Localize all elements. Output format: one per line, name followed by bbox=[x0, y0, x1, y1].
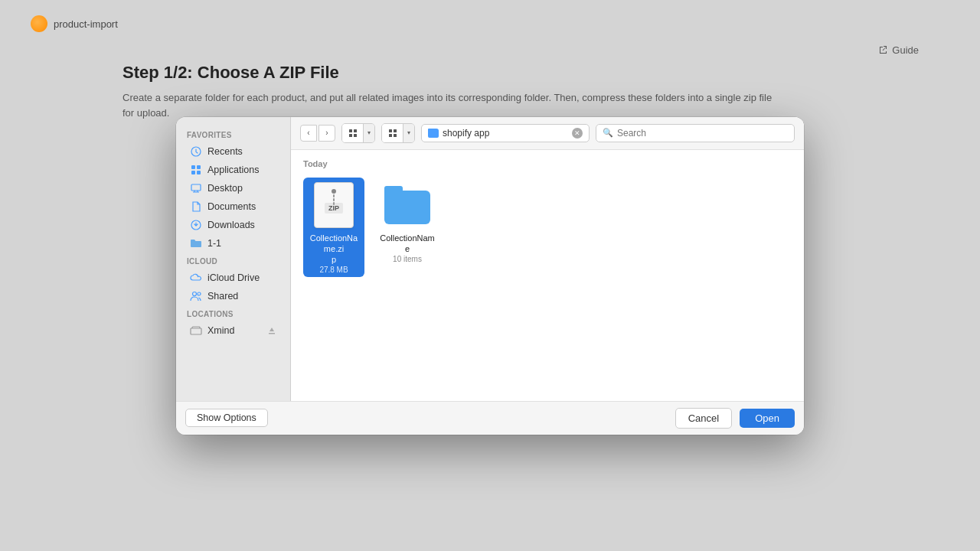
svg-rect-11 bbox=[394, 129, 397, 132]
file-dialog: Favorites Recents Applications bbox=[176, 117, 804, 435]
locations-label: Locations bbox=[176, 305, 290, 321]
sidebar: Favorites Recents Applications bbox=[176, 117, 291, 401]
view-switcher-1: ▾ bbox=[341, 123, 375, 143]
svg-rect-1 bbox=[191, 184, 201, 191]
sidebar-item-xmind[interactable]: Xmind bbox=[179, 321, 287, 340]
svg-rect-8 bbox=[349, 134, 352, 137]
open-button[interactable]: Open bbox=[740, 409, 795, 428]
sidebar-item-recents[interactable]: Recents bbox=[179, 142, 287, 161]
sidebar-item-documents-label: Documents bbox=[207, 201, 256, 212]
location-text: shopify app bbox=[443, 128, 489, 139]
svg-point-3 bbox=[193, 292, 197, 295]
file-list: Today bbox=[291, 150, 804, 401]
list-view-button[interactable] bbox=[382, 124, 403, 142]
sidebar-item-applications-label: Applications bbox=[207, 165, 259, 175]
svg-rect-5 bbox=[191, 328, 201, 334]
sidebar-item-desktop-label: Desktop bbox=[207, 183, 243, 194]
sidebar-item-shared[interactable]: Shared bbox=[179, 287, 287, 305]
sidebar-item-shared-label: Shared bbox=[207, 291, 238, 302]
section-label: Today bbox=[303, 159, 792, 168]
sidebar-item-recents-label: Recents bbox=[207, 146, 243, 157]
dialog-footer: Show Options Cancel Open bbox=[176, 401, 804, 435]
zip-file-icon: ZIP bbox=[314, 182, 354, 228]
sidebar-item-1-1[interactable]: 1-1 bbox=[179, 234, 287, 253]
documents-icon bbox=[190, 201, 202, 213]
eject-icon bbox=[267, 326, 276, 335]
file-grid: ZIP CollectionName.zip 27.8 MB bbox=[303, 178, 792, 278]
downloads-icon bbox=[190, 219, 202, 231]
toolbar: ‹ › ▾ ▾ bbox=[291, 117, 804, 150]
svg-point-4 bbox=[198, 292, 201, 295]
search-bar: 🔍 bbox=[596, 124, 795, 142]
folder-large-icon bbox=[384, 186, 430, 224]
sidebar-item-desktop[interactable]: Desktop bbox=[179, 179, 287, 197]
main-area: ‹ › ▾ ▾ bbox=[291, 117, 804, 401]
folder-icon-small bbox=[190, 237, 202, 249]
zip-filename: CollectionName.zip bbox=[306, 233, 361, 266]
sidebar-item-documents[interactable]: Documents bbox=[179, 197, 287, 216]
sidebar-item-icloud-drive[interactable]: iCloud Drive bbox=[179, 269, 287, 287]
sidebar-item-applications[interactable]: Applications bbox=[179, 161, 287, 179]
zip-zipper bbox=[332, 189, 336, 205]
shared-icon bbox=[190, 290, 202, 302]
sidebar-item-1-1-label: 1-1 bbox=[207, 238, 221, 249]
nav-buttons: ‹ › bbox=[300, 125, 335, 142]
folder-icon-wrap bbox=[383, 181, 432, 230]
svg-rect-12 bbox=[389, 134, 392, 137]
view-btn-arrow-2[interactable]: ▾ bbox=[403, 124, 414, 142]
location-bar[interactable]: shopify app ✕ bbox=[421, 124, 590, 142]
svg-rect-6 bbox=[349, 129, 352, 132]
favorites-label: Favorites bbox=[176, 126, 290, 142]
location-clear-button[interactable]: ✕ bbox=[572, 128, 583, 139]
applications-icon bbox=[190, 164, 202, 176]
nav-forward-button[interactable]: › bbox=[318, 125, 335, 142]
icon-view-button[interactable] bbox=[342, 124, 364, 142]
sidebar-item-downloads[interactable]: Downloads bbox=[179, 216, 287, 234]
svg-rect-9 bbox=[354, 134, 357, 137]
search-input[interactable] bbox=[617, 128, 788, 139]
folder-items: 10 items bbox=[393, 255, 422, 263]
icloud-label: iCloud bbox=[176, 253, 290, 269]
search-icon: 🔍 bbox=[603, 128, 613, 138]
cloud-icon bbox=[190, 272, 202, 284]
svg-rect-7 bbox=[354, 129, 357, 132]
dialog-body: Favorites Recents Applications bbox=[176, 117, 804, 401]
file-item-folder[interactable]: CollectionName 10 items bbox=[377, 178, 438, 278]
folder-body bbox=[384, 191, 430, 224]
zip-filesize: 27.8 MB bbox=[319, 266, 348, 274]
clock-icon bbox=[190, 145, 202, 158]
folder-name: CollectionName bbox=[380, 233, 435, 255]
modal-overlay: Favorites Recents Applications bbox=[0, 0, 980, 551]
desktop-icon bbox=[190, 182, 202, 194]
nav-back-button[interactable]: ‹ bbox=[300, 125, 317, 142]
svg-rect-13 bbox=[394, 134, 397, 137]
show-options-button[interactable]: Show Options bbox=[185, 409, 268, 427]
location-folder-icon bbox=[428, 129, 439, 138]
svg-rect-10 bbox=[389, 129, 392, 132]
cancel-button[interactable]: Cancel bbox=[675, 408, 732, 429]
file-item-zip[interactable]: ZIP CollectionName.zip 27.8 MB bbox=[303, 178, 364, 278]
view-btn-arrow[interactable]: ▾ bbox=[364, 124, 374, 142]
sidebar-item-downloads-label: Downloads bbox=[207, 220, 255, 230]
sidebar-item-icloud-drive-label: iCloud Drive bbox=[207, 272, 260, 283]
zip-icon-wrap: ZIP bbox=[309, 181, 358, 230]
view-switcher-2: ▾ bbox=[381, 123, 415, 143]
drive-icon bbox=[190, 324, 202, 337]
sidebar-item-xmind-label: Xmind bbox=[207, 325, 234, 336]
